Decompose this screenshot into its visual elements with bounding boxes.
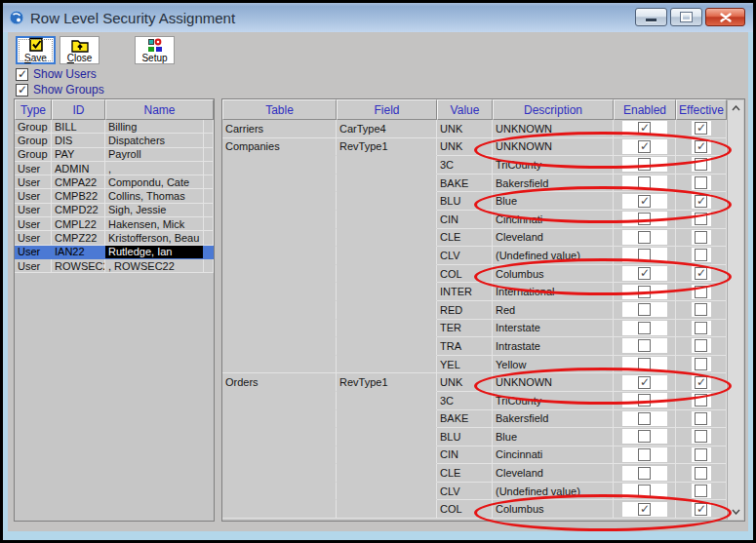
- description-cell: Blue: [493, 428, 614, 446]
- enabled-cell: [614, 320, 676, 338]
- description-cell: Red: [493, 301, 614, 320]
- enabled-checkbox[interactable]: [638, 122, 651, 135]
- effective-cell: [676, 211, 727, 229]
- user-row[interactable]: GroupPAYPayroll: [15, 148, 214, 162]
- enabled-cell: [614, 410, 676, 429]
- enabled-cell: [614, 120, 676, 138]
- enabled-checkbox[interactable]: [638, 358, 651, 370]
- effective-checkbox[interactable]: [695, 303, 707, 316]
- maximize-button[interactable]: [670, 8, 702, 26]
- user-row[interactable]: UserCMPD22Sigh, Jessie: [15, 204, 214, 217]
- value-cell: INTER: [437, 283, 493, 301]
- effective-checkbox[interactable]: [695, 231, 707, 244]
- save-button[interactable]: Save: [16, 36, 56, 64]
- value-cell: BLU: [437, 428, 493, 446]
- value-cell: CLE: [437, 229, 493, 248]
- effective-checkbox[interactable]: [695, 376, 707, 389]
- assignment-row: BAKEBakersfield: [222, 175, 727, 193]
- enabled-cell: [614, 211, 676, 229]
- enabled-checkbox[interactable]: [638, 176, 651, 189]
- enabled-cell: [614, 464, 676, 483]
- content-area: Save Close: [8, 32, 748, 531]
- cell: [204, 217, 214, 231]
- vertical-scrollbar[interactable]: [727, 100, 743, 520]
- enabled-checkbox[interactable]: [638, 303, 651, 316]
- effective-cell: [676, 483, 727, 501]
- enabled-checkbox[interactable]: [638, 195, 651, 208]
- effective-checkbox[interactable]: [695, 412, 707, 425]
- scroll-down-button[interactable]: [728, 504, 743, 520]
- enabled-checkbox[interactable]: [638, 485, 651, 497]
- effective-checkbox[interactable]: [695, 485, 707, 497]
- enabled-checkbox[interactable]: [638, 430, 651, 443]
- effective-checkbox[interactable]: [695, 430, 707, 443]
- close-button[interactable]: [705, 8, 745, 26]
- user-row[interactable]: UserCMPL22Hakensen, Mick: [15, 217, 214, 231]
- titlebar[interactable]: Row Level Security Assignment: [3, 3, 753, 32]
- effective-checkbox[interactable]: [695, 195, 707, 208]
- minimize-button[interactable]: [635, 8, 667, 26]
- enabled-checkbox[interactable]: [638, 158, 651, 171]
- assignment-row: CLECleveland: [222, 464, 727, 483]
- user-row[interactable]: UserCMPZ22Kristofferson, Beau: [15, 231, 214, 245]
- cell: Group: [15, 120, 52, 134]
- enabled-checkbox[interactable]: [638, 249, 651, 261]
- effective-checkbox[interactable]: [695, 448, 707, 461]
- enabled-checkbox[interactable]: [638, 394, 651, 407]
- effective-checkbox[interactable]: [695, 158, 707, 171]
- table-cell: [222, 483, 337, 501]
- enabled-checkbox[interactable]: [638, 503, 651, 516]
- user-row[interactable]: UserCMPB22Collins, Thomas: [15, 189, 214, 203]
- effective-checkbox[interactable]: [695, 358, 707, 370]
- user-row[interactable]: UserIAN22Rutledge, Ian: [15, 246, 214, 259]
- cell: User: [15, 246, 52, 259]
- effective-checkbox[interactable]: [695, 322, 707, 334]
- user-row[interactable]: GroupBILLBilling: [15, 120, 214, 134]
- cell: User: [15, 217, 52, 231]
- user-row[interactable]: UserADMIN,: [15, 162, 214, 175]
- column-header: Name: [105, 99, 214, 120]
- description-cell: TriCounty: [493, 392, 614, 410]
- enabled-checkbox[interactable]: [638, 376, 651, 389]
- enabled-checkbox[interactable]: [638, 286, 651, 298]
- assignment-grid: TableFieldValueDescriptionEnabledEffecti…: [221, 98, 745, 522]
- effective-checkbox[interactable]: [695, 467, 707, 480]
- enabled-checkbox[interactable]: [638, 213, 651, 225]
- effective-checkbox[interactable]: [695, 286, 707, 298]
- assignment-row: BLUBlue: [222, 192, 727, 211]
- enabled-checkbox[interactable]: [638, 322, 651, 334]
- effective-checkbox[interactable]: [695, 394, 707, 407]
- enabled-checkbox[interactable]: [638, 231, 651, 244]
- effective-checkbox[interactable]: [695, 249, 707, 261]
- assignment-row: CLECleveland: [222, 229, 727, 248]
- close-toolbar-button[interactable]: Close: [60, 36, 99, 64]
- field-cell: [337, 410, 437, 429]
- effective-checkbox[interactable]: [695, 213, 707, 225]
- enabled-checkbox[interactable]: [638, 339, 651, 352]
- effective-checkbox[interactable]: [695, 122, 707, 135]
- show-users-checkbox[interactable]: Show Users: [16, 67, 97, 81]
- user-row[interactable]: UserCMPA22Compondu, Cate: [15, 175, 214, 189]
- cell: User: [15, 231, 52, 245]
- field-cell: [337, 356, 437, 374]
- user-row[interactable]: UserROWSEC22, ROWSEC22: [15, 259, 214, 273]
- enabled-checkbox[interactable]: [638, 140, 651, 153]
- enabled-cell: [614, 392, 676, 410]
- enabled-cell: [614, 247, 676, 265]
- enabled-checkbox[interactable]: [638, 412, 651, 425]
- enabled-checkbox[interactable]: [638, 467, 651, 480]
- show-groups-checkbox[interactable]: Show Groups: [16, 83, 104, 97]
- user-row[interactable]: GroupDISDispatchers: [15, 134, 214, 147]
- effective-checkbox[interactable]: [695, 176, 707, 189]
- cell: [204, 120, 214, 134]
- effective-checkbox[interactable]: [695, 267, 707, 280]
- effective-checkbox[interactable]: [695, 140, 707, 153]
- effective-cell: [676, 301, 727, 320]
- enabled-checkbox[interactable]: [638, 448, 651, 461]
- scroll-up-button[interactable]: [728, 100, 743, 116]
- effective-checkbox[interactable]: [695, 339, 707, 352]
- setup-button[interactable]: Setup: [135, 36, 175, 64]
- enabled-checkbox[interactable]: [638, 267, 651, 280]
- effective-checkbox[interactable]: [695, 503, 707, 516]
- assignment-row: YELYellow: [222, 356, 727, 374]
